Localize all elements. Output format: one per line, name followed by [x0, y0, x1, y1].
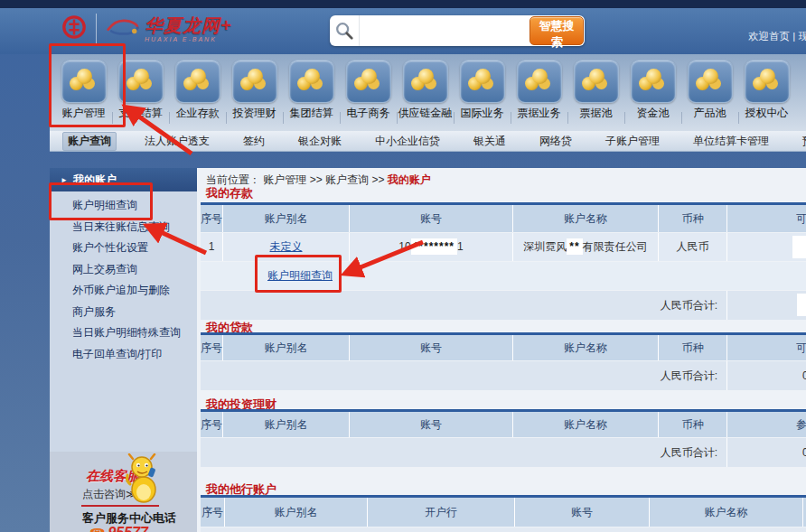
dragon-swoosh-icon — [105, 15, 141, 42]
subnav-item[interactable]: 子账户管理 — [600, 132, 665, 151]
bill-business-icon — [517, 60, 562, 103]
toolbar-item[interactable]: 产品池 — [681, 54, 738, 131]
main-content: 当前位置： 账户管理 >> 账户查询 >> 我的账户 我的存款 序号账户别名账号… — [197, 168, 806, 532]
masked-name: ** — [567, 238, 582, 255]
toolbar-item-label: 支付结算 — [112, 106, 169, 121]
sidebar-item[interactable]: 当日来往账信息查询 — [50, 217, 197, 238]
sidebar-item[interactable]: 当日账户明细特殊查询 — [50, 322, 197, 344]
column-header: 账户别名 — [223, 335, 349, 360]
phone-icon: ☎ — [89, 526, 105, 532]
loans-table: 序号账户别名账号账户名称币种可用 人民币合计: 0 — [201, 335, 806, 391]
brand: 华夏龙网+ HUAXIA E-BANK — [61, 14, 232, 44]
total-label: 人民币合计: — [201, 438, 726, 467]
investment-icon — [232, 60, 277, 103]
alias-cell: 未定义 — [223, 233, 349, 261]
sidebar-item[interactable]: 网上交易查询 — [50, 259, 197, 281]
sidebar-item[interactable]: 账户明细查询 — [50, 195, 197, 217]
toolbar-item-label: 企业存款 — [169, 106, 226, 121]
toolbar-item-label: 资金池 — [624, 106, 681, 121]
sidebar-header[interactable]: ►我的账户 — [50, 168, 197, 191]
subnav-item[interactable]: 银关通 — [468, 132, 511, 151]
toolbar-item[interactable]: 票据池 — [567, 54, 624, 131]
column-header: 开户行 — [368, 498, 514, 527]
search-input[interactable] — [360, 19, 530, 42]
other-banks-table: 序号账户别名开户行账号账户名称 — [201, 498, 806, 532]
toolbar-item[interactable]: 授权中心 — [738, 54, 795, 131]
column-header: 账户别名 — [223, 412, 349, 437]
subnav-item[interactable]: 单位结算卡管理 — [688, 132, 774, 151]
sidebar-item[interactable]: 电子回单查询/打印 — [50, 344, 197, 366]
toolbar-item-label: 集团结算 — [283, 106, 340, 121]
bank-emblem-icon — [61, 14, 87, 43]
ebank-page: 华夏龙网+ HUAXIA E-BANK 智慧搜索 欢迎首页 | 现 — [0, 0, 806, 532]
investments-table: 序号账户别名账号账户名称币种参考 人民币合计: 0 — [201, 412, 806, 468]
investments-total-row: 人民币合计: 0 — [201, 438, 806, 467]
column-header: 账户名称 — [513, 335, 658, 360]
breadcrumb-account-management[interactable]: 账户管理 — [263, 173, 306, 186]
sub-navigation: 账户查询 法人账户透支 签约 银企对账 中小企业信贷 银关通 网络贷 子账户管理… — [50, 131, 806, 152]
smart-search-button[interactable]: 智慧搜索 — [530, 16, 584, 45]
column-header: 账户别名 — [225, 498, 367, 527]
welcome-home-link[interactable]: 欢迎首页 — [748, 31, 790, 42]
product-pool-icon — [688, 60, 733, 103]
account-detail-query-link[interactable]: 账户明细查询 — [267, 269, 333, 282]
toolbar-item[interactable]: 票据业务 — [511, 54, 567, 131]
loans-total-row: 人民币合计: 0 — [201, 361, 806, 390]
welcome-links[interactable]: 欢迎首页 | 现 — [748, 30, 806, 43]
toolbar-item-label: 国际业务 — [454, 106, 511, 121]
column-header: 账户名称 — [513, 412, 658, 437]
subnav-item[interactable]: 网络贷 — [534, 132, 577, 151]
toolbar-item[interactable]: 支付结算 — [112, 54, 169, 131]
column-header: 账户别名 — [223, 205, 349, 232]
column-header: 币种 — [659, 335, 726, 360]
toolbar-item[interactable]: 企业存款 — [169, 54, 226, 131]
sidebar-item[interactable]: 外币账户追加与删除 — [50, 280, 197, 302]
brand-subtitle: HUAXIA E-BANK — [145, 36, 232, 42]
toolbar-item[interactable]: 投资理财 — [226, 54, 283, 131]
sidebar-item[interactable]: 账户个性化设置 — [50, 238, 197, 259]
detail-link-row: 账户明细查询 — [201, 262, 806, 290]
breadcrumb-account-query[interactable]: 账户查询 — [325, 173, 369, 186]
toolbar-item[interactable]: 电子商务 — [340, 54, 397, 131]
toolbar-item-label: 产品池 — [681, 106, 738, 121]
subnav-item[interactable]: 中小企业信贷 — [370, 132, 445, 151]
e-commerce-icon — [346, 60, 391, 103]
corporate-deposit-icon — [175, 60, 220, 103]
column-header: 账号 — [350, 412, 512, 437]
column-header: 序号 — [201, 335, 222, 360]
toolbar-item[interactable]: 集团结算 — [283, 54, 340, 131]
sidebar-item[interactable]: 商户服务 — [50, 302, 197, 323]
top-strip — [0, 0, 806, 8]
capital-pool-icon — [631, 60, 676, 103]
toolbar-item-label: 授权中心 — [738, 106, 795, 121]
authorization-center-icon — [745, 60, 790, 103]
breadcrumb-current: 我的账户 — [388, 173, 431, 186]
welcome-partial-link[interactable]: 现 — [798, 31, 806, 42]
phone-number: ☎95577 — [89, 525, 148, 532]
column-header: 账户名称 — [650, 498, 802, 527]
smart-search-bar: 智慧搜索 — [330, 15, 585, 46]
group-settlement-icon — [289, 60, 334, 103]
toolbar-item[interactable]: 账户管理 — [55, 54, 112, 131]
toolbar-item-label: 票据业务 — [511, 106, 567, 121]
toolbar-item-label: 票据池 — [567, 106, 624, 121]
column-header: 币种 — [659, 205, 726, 232]
investments-header-row: 序号账户别名账号账户名称币种参考 — [201, 412, 806, 437]
subnav-item[interactable]: 预约服务 — [797, 132, 806, 151]
brand-title: 华夏龙网+ — [145, 16, 232, 34]
subnav-item[interactable]: 法人账户透支 — [139, 132, 215, 151]
deposits-section-title: 我的存款 — [206, 185, 253, 201]
subnav-item[interactable]: 账户查询 — [62, 132, 117, 151]
alias-link[interactable]: 未定义 — [270, 240, 303, 253]
brand-divider — [96, 14, 97, 44]
subnav-item[interactable]: 签约 — [238, 132, 270, 151]
column-header: 账号 — [515, 498, 649, 527]
customer-service-panel: 在线客服 点击咨询≫ 客户服务中心电话 ☎95577 — [50, 452, 197, 532]
toolbar-item[interactable]: 国际业务 — [454, 54, 511, 131]
column-header: 账号 — [350, 335, 512, 360]
subnav-item[interactable]: 银企对账 — [293, 132, 347, 151]
toolbar-item-label: 供应链金融 — [397, 106, 454, 121]
column-header: 序号 — [201, 498, 224, 527]
toolbar-item[interactable]: 资金池 — [624, 54, 681, 131]
toolbar-item[interactable]: 供应链金融 — [397, 54, 454, 131]
